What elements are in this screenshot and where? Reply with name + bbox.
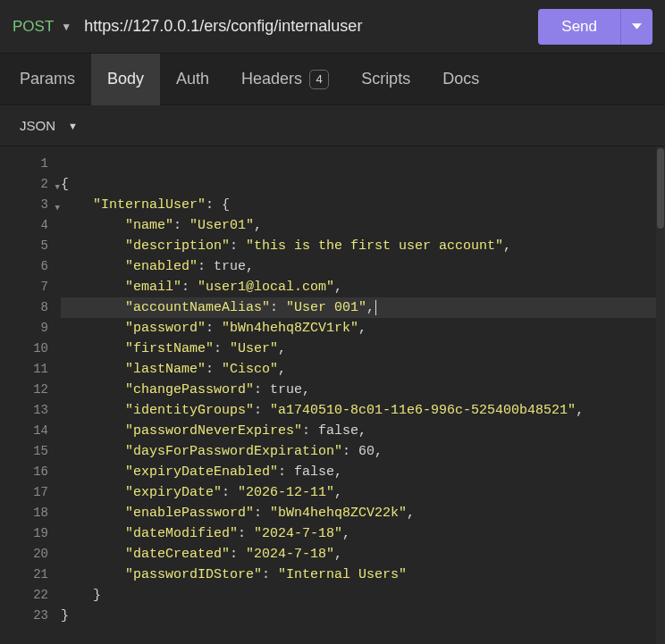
code-line[interactable]: "description": "this is the first user a… [61, 236, 656, 256]
tab-params[interactable]: Params [4, 54, 91, 105]
code-line[interactable]: "enabled": true, [61, 256, 656, 277]
line-number: 2▼ [0, 174, 61, 195]
url-input[interactable] [84, 17, 526, 36]
line-number: 8 [0, 297, 61, 318]
code-line[interactable]: "InternalUser": { [61, 195, 656, 215]
line-number: 1 [0, 154, 61, 174]
body-format-label: JSON [20, 118, 55, 133]
line-number: 21 [0, 565, 61, 585]
line-number: 6 [0, 256, 61, 277]
code-area[interactable]: { "InternalUser": { "name": "User01", "d… [61, 146, 656, 644]
line-number: 10 [0, 339, 61, 359]
code-line[interactable]: "dateModified": "2024-7-18", [61, 523, 656, 544]
code-line[interactable]: "name": "User01", [61, 215, 656, 236]
code-line[interactable]: "password": "bWn4hehq8ZCV1rk", [61, 318, 656, 339]
headers-count-badge: 4 [309, 70, 329, 89]
code-line[interactable]: "lastName": "Cisco", [61, 359, 656, 380]
code-line[interactable]: "changePassword": true, [61, 380, 656, 400]
http-method-label: POST [13, 18, 54, 36]
code-line[interactable]: "passwordIDStore": "Internal Users" [61, 565, 656, 585]
code-line[interactable]: "identityGroups": "a1740510-8c01-11e6-99… [61, 400, 656, 421]
chevron-down-icon [632, 23, 642, 29]
chevron-down-icon: ▼ [68, 121, 78, 131]
chevron-down-icon: ▼ [61, 21, 72, 33]
scrollbar-thumb[interactable] [657, 148, 664, 229]
line-number: 14 [0, 421, 61, 441]
tab-label: Scripts [361, 70, 410, 88]
tab-auth[interactable]: Auth [160, 54, 225, 105]
send-options-button[interactable] [620, 9, 652, 45]
line-number: 12 [0, 380, 61, 400]
line-number: 13 [0, 400, 61, 421]
line-number: 9 [0, 318, 61, 339]
line-number: 18 [0, 503, 61, 523]
code-line[interactable]: "email": "user1@local.com", [61, 277, 656, 297]
line-number: 22 [0, 585, 61, 606]
body-format-selector[interactable]: JSON ▼ [20, 118, 78, 133]
code-line[interactable]: "firstName": "User", [61, 339, 656, 359]
tab-headers[interactable]: Headers 4 [225, 54, 345, 105]
code-line[interactable]: "accountNameAlias": "User 001", [61, 297, 656, 318]
line-number-gutter: 12▼3▼4567891011121314151617181920212223 [0, 146, 61, 644]
code-line[interactable]: "expiryDate": "2026-12-11", [61, 482, 656, 503]
tab-label: Body [107, 70, 144, 88]
tab-label: Params [20, 70, 75, 88]
vertical-scrollbar[interactable] [656, 146, 665, 644]
line-number: 23 [0, 606, 61, 626]
line-number: 4 [0, 215, 61, 236]
send-button-group: Send [538, 9, 652, 45]
app-root: POST ▼ Send Params Body Auth Headers 4 S… [0, 0, 665, 644]
tab-label: Headers [241, 70, 302, 88]
tab-label: Auth [176, 70, 209, 88]
line-number: 11 [0, 359, 61, 380]
line-number: 19 [0, 523, 61, 544]
tab-scripts[interactable]: Scripts [345, 54, 426, 105]
code-line[interactable]: "dateCreated": "2024-7-18", [61, 544, 656, 565]
code-line[interactable]: "daysForPasswordExpiration": 60, [61, 441, 656, 462]
line-number: 3▼ [0, 195, 61, 215]
line-number: 16 [0, 462, 61, 482]
line-number: 20 [0, 544, 61, 565]
tab-label: Docs [442, 70, 479, 88]
code-line[interactable]: } [61, 585, 656, 606]
line-number: 7 [0, 277, 61, 297]
line-number: 5 [0, 236, 61, 256]
code-line[interactable]: "enablePassword": "bWn4hehq8ZCV22k", [61, 503, 656, 523]
line-number: 15 [0, 441, 61, 462]
tab-docs[interactable]: Docs [426, 54, 495, 105]
tab-body[interactable]: Body [91, 54, 160, 105]
send-button[interactable]: Send [538, 9, 620, 45]
request-bar: POST ▼ Send [0, 0, 665, 54]
code-line[interactable]: { [61, 174, 656, 195]
code-line[interactable]: "expiryDateEnabled": false, [61, 462, 656, 482]
http-method-selector[interactable]: POST ▼ [13, 18, 72, 36]
code-line[interactable]: } [61, 606, 656, 626]
code-line[interactable] [61, 154, 656, 174]
body-format-bar: JSON ▼ [0, 105, 665, 146]
request-tabs: Params Body Auth Headers 4 Scripts Docs [0, 54, 665, 105]
code-line[interactable]: "passwordNeverExpires": false, [61, 421, 656, 441]
code-editor[interactable]: 12▼3▼4567891011121314151617181920212223 … [0, 146, 665, 644]
line-number: 17 [0, 482, 61, 503]
